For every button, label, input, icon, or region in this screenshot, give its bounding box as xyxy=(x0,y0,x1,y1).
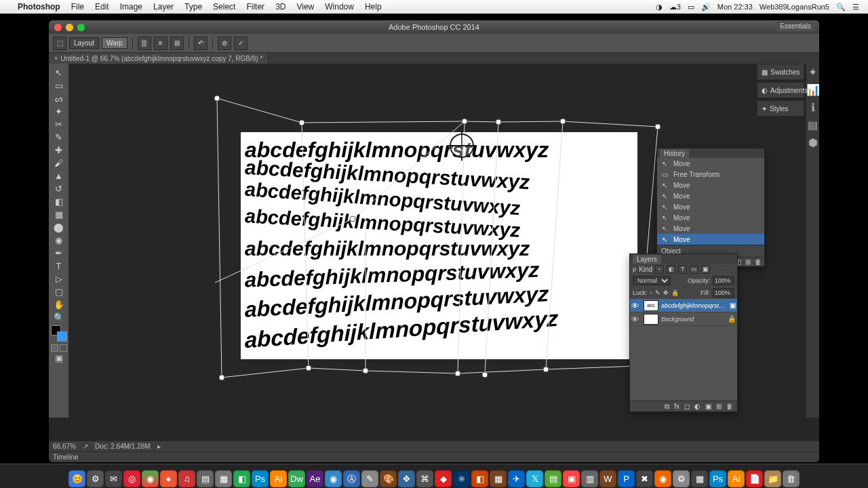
layer-mask-icon[interactable]: ◻ xyxy=(684,403,690,410)
history-item[interactable]: ▭Free Transform xyxy=(657,169,764,180)
color-swatches[interactable] xyxy=(51,325,67,342)
layers-panel[interactable]: Layers ρKind ▫ ◐ T ▭ ▣ Normal Opacity: L… xyxy=(629,253,738,412)
workspace-switcher[interactable]: Essentials xyxy=(776,21,815,31)
menu-help[interactable]: Help xyxy=(359,2,387,12)
pen-tool[interactable]: ✒ xyxy=(51,247,67,260)
dock-appstore[interactable]: Ⓐ xyxy=(343,470,360,487)
marquee-tool[interactable]: ▭ xyxy=(51,79,67,92)
zoom-readout[interactable]: 66.67% xyxy=(53,443,76,450)
dock-app[interactable]: ◆ xyxy=(435,470,452,487)
dock-finder[interactable]: 😊 xyxy=(68,470,85,487)
reset-icon[interactable]: ↶ xyxy=(194,37,208,50)
hand-tool[interactable]: ✋ xyxy=(51,298,67,311)
zoom-tool[interactable]: 🔍 xyxy=(51,311,67,324)
status-display-icon[interactable]: ▭ xyxy=(684,3,698,12)
menu-type[interactable]: Type xyxy=(179,2,208,12)
dock-app[interactable]: ◧ xyxy=(233,470,250,487)
history-item[interactable]: ↖Move xyxy=(657,201,764,212)
menu-3d[interactable]: 3D xyxy=(270,2,291,12)
dock-app[interactable]: ✈ xyxy=(508,470,525,487)
dock-app[interactable]: ✥ xyxy=(398,470,415,487)
opacity-input[interactable] xyxy=(713,276,734,285)
layout-mode-button[interactable]: Layout xyxy=(69,37,99,49)
type-tool[interactable]: T xyxy=(51,260,67,272)
document-tab[interactable]: × Untitled-1 @ 66.7% (abcdefghijklmnopqr… xyxy=(49,53,269,64)
menu-layer[interactable]: Layer xyxy=(148,2,179,12)
close-tab-icon[interactable]: × xyxy=(54,55,58,62)
cancel-transform-icon[interactable]: ⊘ xyxy=(218,37,231,50)
dock-brush-icon[interactable]: ✦ xyxy=(808,66,818,77)
fill-adjust-icon[interactable]: ◐ xyxy=(694,403,701,410)
dodge-tool[interactable]: ◉ xyxy=(51,234,67,247)
export-icon[interactable]: ↗ xyxy=(83,443,88,450)
menu-image[interactable]: Image xyxy=(115,2,148,12)
dock-twitter[interactable]: 𝕏 xyxy=(526,470,543,487)
filter-pixel-icon[interactable]: ▫ xyxy=(655,265,664,274)
status-volume-icon[interactable]: 🔊 xyxy=(698,3,714,12)
path-select-tool[interactable]: ▷ xyxy=(51,272,67,285)
lock-transparent-icon[interactable]: ▫ xyxy=(650,289,652,296)
zoom-window-button[interactable] xyxy=(77,24,85,31)
menu-window[interactable]: Window xyxy=(319,2,359,12)
new-layer-icon[interactable]: ⊞ xyxy=(716,403,722,410)
dock-chrome[interactable]: ◉ xyxy=(142,470,159,487)
dock-pdf[interactable]: 📄 xyxy=(746,470,763,487)
lock-all-icon[interactable]: 🔒 xyxy=(671,289,679,296)
dock-app[interactable]: ◧ xyxy=(471,470,488,487)
dock-layers-icon[interactable]: ▤ xyxy=(808,119,818,130)
dock-histogram-icon[interactable]: 📊 xyxy=(808,84,818,95)
lock-move-icon[interactable]: ✥ xyxy=(663,289,669,296)
dock-app[interactable]: P xyxy=(618,470,635,487)
dock-aftereffects[interactable]: Ae xyxy=(307,470,323,487)
align-left-icon[interactable]: ||| xyxy=(138,37,151,50)
status-caret-icon[interactable]: ▸ xyxy=(157,443,161,450)
delete-layer-icon[interactable]: 🗑 xyxy=(726,403,733,410)
layer-fx-icon[interactable]: fx xyxy=(674,403,679,410)
dock-app[interactable]: ⌘ xyxy=(416,470,433,487)
group-icon[interactable]: ▣ xyxy=(705,403,711,410)
status-sync-icon[interactable]: ◑ xyxy=(652,3,666,12)
doc-size-readout[interactable]: Doc: 2.64M/1.28M xyxy=(95,443,151,450)
move-tool[interactable]: ↖ xyxy=(51,66,67,79)
dock-app[interactable]: ♫ xyxy=(178,470,195,487)
brush-tool[interactable]: 🖌 xyxy=(51,157,67,169)
visibility-icon[interactable]: 👁 xyxy=(631,315,641,323)
crop-tool[interactable]: ✂ xyxy=(51,118,67,131)
timeline-panel-collapsed[interactable]: Timeline xyxy=(49,451,819,462)
dock-trash[interactable]: 🗑 xyxy=(783,470,800,487)
screen-mode-tool[interactable]: ▣ xyxy=(51,352,67,365)
history-item[interactable]: ↖Move xyxy=(657,212,764,223)
mask-mode-toggle[interactable] xyxy=(51,344,67,352)
dock-app[interactable]: ⚙ xyxy=(87,470,104,487)
menu-select[interactable]: Select xyxy=(208,2,241,12)
filter-type-icon[interactable]: T xyxy=(678,265,687,274)
dock-app[interactable]: ◉ xyxy=(654,470,671,487)
dock-illustrator-doc[interactable]: Ai xyxy=(728,470,745,487)
gradient-tool[interactable]: ▦ xyxy=(51,208,67,221)
eraser-tool[interactable]: ◧ xyxy=(51,195,67,208)
link-layers-icon[interactable]: ⧉ xyxy=(665,403,669,411)
commit-transform-icon[interactable]: ✓ xyxy=(234,37,248,50)
warp-mode-button[interactable]: Warp xyxy=(102,37,127,49)
fill-input[interactable] xyxy=(713,288,734,298)
stamp-tool[interactable]: ▲ xyxy=(51,169,67,182)
menu-edit[interactable]: Edit xyxy=(90,2,115,12)
history-panel[interactable]: History ↖Move ▭Free Transform ↖Move ↖Mov… xyxy=(656,148,765,267)
history-item[interactable]: ↖Move xyxy=(657,180,764,190)
close-window-button[interactable] xyxy=(54,24,62,31)
menu-view[interactable]: View xyxy=(291,2,319,12)
menu-file[interactable]: File xyxy=(66,2,90,12)
shape-tool[interactable]: ▢ xyxy=(51,285,67,298)
filter-smart-icon[interactable]: ▣ xyxy=(701,265,710,274)
dock-app[interactable]: 🎨 xyxy=(380,470,397,487)
dock-app[interactable]: ▦ xyxy=(215,470,232,487)
new-state-icon[interactable]: ⊞ xyxy=(745,258,751,266)
blur-tool[interactable]: ⬤ xyxy=(51,221,67,234)
dock-app[interactable]: ▤ xyxy=(545,470,561,487)
quick-select-tool[interactable]: ✦ xyxy=(51,105,67,118)
dock-app[interactable]: ● xyxy=(160,470,177,487)
status-clock[interactable]: Mon 22:33 xyxy=(714,3,756,11)
status-user[interactable]: Web389LogansRun5 xyxy=(756,3,833,11)
dock-app[interactable]: ▦ xyxy=(691,470,708,487)
history-item[interactable]: ↖Move xyxy=(657,234,764,245)
